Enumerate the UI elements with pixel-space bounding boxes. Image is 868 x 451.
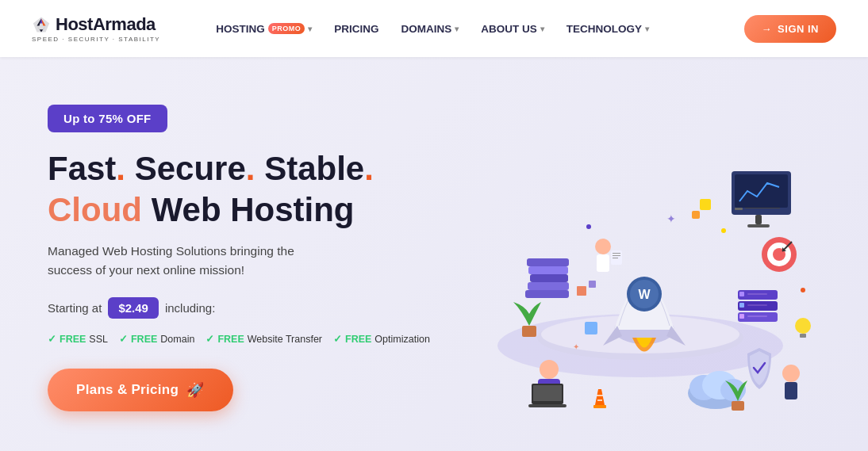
svg-rect-58 (732, 401, 744, 411)
svg-rect-48 (747, 304, 767, 306)
svg-rect-57 (522, 326, 536, 337)
svg-rect-47 (739, 303, 744, 308)
svg-rect-44 (739, 292, 744, 296)
check-icon: ✓ (205, 333, 214, 345)
rocket-icon: 🚀 (186, 381, 204, 399)
chevron-down-icon: ▾ (540, 25, 544, 33)
svg-rect-68 (597, 395, 603, 396)
header: HostArmada Speed · Security · Stability … (0, 0, 868, 57)
nav-item-hosting[interactable]: HOSTING PROMO ▾ (208, 18, 320, 40)
free-optimization-text: Optimization (374, 334, 429, 345)
nav-pricing-label: PRICING (334, 23, 378, 35)
illustration: W (462, 92, 819, 425)
signin-button[interactable]: → SIGN IN (744, 15, 836, 43)
chevron-down-icon: ▾ (455, 25, 459, 33)
svg-marker-66 (595, 389, 605, 405)
check-icon: ✓ (333, 333, 342, 345)
svg-point-23 (540, 360, 559, 379)
nav-technology-label: TECHNOLOGY (567, 23, 642, 35)
chevron-down-icon: ▾ (645, 25, 649, 33)
hero-content: Up to 75% OFF Fast. Secure. Stable. Clou… (48, 105, 460, 412)
svg-rect-19 (528, 282, 569, 290)
hero-title-line1: Fast. Secure. Stable. (48, 150, 460, 188)
svg-rect-27 (528, 404, 567, 407)
free-ssl-text: SSL (89, 334, 108, 345)
including-label: including: (165, 301, 215, 315)
chevron-down-icon: ▾ (308, 25, 312, 33)
hero-title-line2: Cloud Web Hosting (48, 191, 460, 229)
free-label: FREE (131, 334, 157, 345)
svg-rect-54 (700, 199, 711, 210)
title-secure: Secure (135, 150, 246, 187)
hero-illustration: W (460, 92, 820, 425)
svg-rect-62 (800, 334, 806, 338)
svg-rect-22 (527, 258, 569, 266)
svg-rect-53 (785, 382, 797, 399)
free-label: FREE (345, 334, 371, 345)
svg-point-65 (801, 288, 805, 292)
starting-at-label: Starting at (48, 301, 102, 315)
dot1: . (116, 150, 125, 187)
svg-rect-50 (739, 314, 744, 319)
dot3: . (364, 150, 374, 187)
title-fast: Fast (48, 150, 116, 187)
cta-label: Plans & Pricing (76, 382, 179, 398)
title-web-hosting: Web Hosting (142, 191, 355, 228)
free-transfer: ✓ FREE Website Transfer (205, 333, 322, 345)
logo-name: HostArmada (56, 14, 156, 35)
nav-item-about[interactable]: ABOUT US ▾ (473, 18, 552, 40)
svg-rect-18 (525, 290, 569, 298)
title-cloud: Cloud (48, 191, 142, 228)
svg-point-28 (595, 239, 611, 254)
nav-domains-label: DOMAINS (401, 23, 451, 35)
svg-text:✦: ✦ (573, 342, 579, 351)
discount-badge: Up to 75% OFF (48, 105, 167, 132)
svg-rect-56 (585, 322, 597, 334)
svg-rect-69 (597, 399, 602, 401)
svg-rect-29 (597, 254, 609, 272)
signin-icon: → (762, 23, 773, 35)
svg-rect-26 (533, 385, 562, 401)
svg-text:W: W (638, 288, 651, 301)
svg-rect-31 (613, 253, 620, 254)
free-domain: ✓ FREE Domain (119, 333, 194, 345)
free-transfer-text: Website Transfer (248, 334, 322, 345)
starting-price-row: Starting at $2.49 including: (48, 297, 460, 319)
nav-item-domains[interactable]: DOMAINS ▾ (393, 18, 467, 40)
svg-rect-32 (613, 255, 620, 256)
logo[interactable]: HostArmada Speed · Security · Stability (32, 14, 160, 43)
svg-text:✦: ✦ (666, 212, 676, 225)
svg-rect-67 (593, 405, 606, 408)
promo-badge: PROMO (268, 23, 305, 34)
svg-rect-14 (735, 208, 743, 210)
check-icon: ✓ (48, 333, 56, 345)
title-stable: Stable (264, 150, 364, 187)
svg-rect-45 (747, 293, 767, 295)
svg-point-64 (586, 224, 591, 229)
free-domain-text: Domain (160, 334, 194, 345)
free-label: FREE (217, 334, 244, 345)
svg-rect-17 (747, 224, 770, 227)
svg-rect-15 (745, 208, 780, 208)
nav-item-technology[interactable]: TECHNOLOGY ▾ (559, 18, 657, 40)
svg-rect-20 (530, 274, 568, 282)
main-nav: HOSTING PROMO ▾ PRICING DOMAINS ▾ ABOUT … (208, 18, 743, 40)
check-icon: ✓ (119, 333, 128, 345)
svg-rect-33 (613, 258, 618, 258)
price-badge: $2.49 (108, 297, 159, 319)
nav-item-pricing[interactable]: PRICING (326, 18, 386, 40)
plans-pricing-button[interactable]: Plans & Pricing 🚀 (48, 369, 233, 411)
svg-point-61 (795, 318, 811, 334)
logo-icon (32, 16, 51, 33)
hero-description: Managed Web Hosting Solutions bringing t… (48, 242, 397, 280)
svg-rect-51 (747, 315, 767, 317)
logo-tagline: Speed · Security · Stability (32, 36, 160, 43)
dot2: . (246, 150, 255, 187)
svg-point-63 (721, 228, 726, 233)
free-ssl: ✓ FREE SSL (48, 333, 108, 345)
nav-about-label: ABOUT US (481, 23, 537, 35)
free-optimization: ✓ FREE Optimization (333, 333, 430, 345)
free-features-list: ✓ FREE SSL ✓ FREE Domain ✓ FREE Website … (48, 333, 460, 345)
nav-hosting-label: HOSTING (216, 23, 265, 35)
svg-point-52 (782, 365, 800, 382)
